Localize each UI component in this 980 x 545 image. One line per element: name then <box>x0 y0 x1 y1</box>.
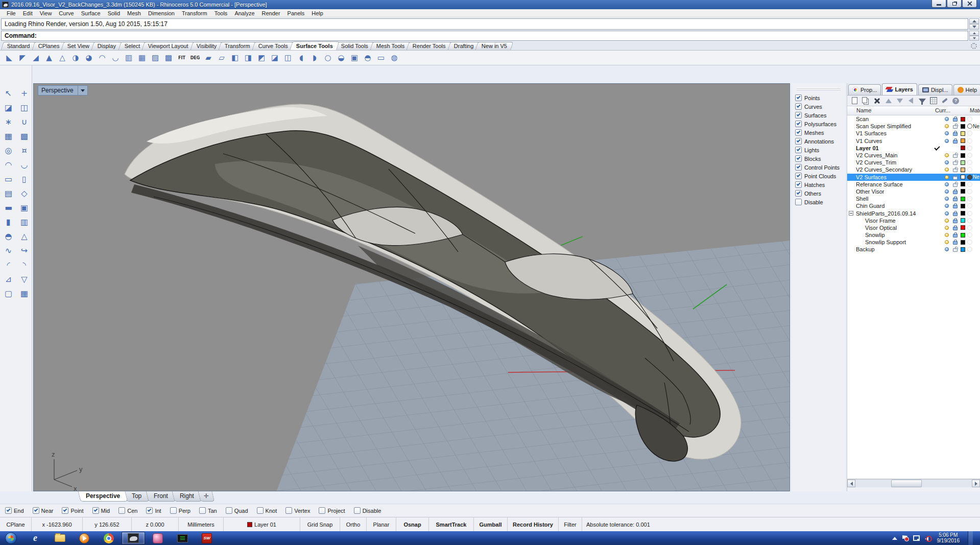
filter-checkbox-row[interactable]: Hatches <box>792 180 845 189</box>
close-button[interactable] <box>962 0 977 8</box>
layer-name[interactable]: Layer 01 <box>853 145 933 151</box>
osnap-checkbox[interactable] <box>92 507 99 514</box>
layer-lock-icon[interactable] <box>951 196 959 201</box>
layer-lock-icon[interactable] <box>951 247 959 252</box>
explode-icon[interactable]: ∗ <box>2 115 15 128</box>
layer-visibility-bulb-icon[interactable] <box>943 211 951 216</box>
layer-row[interactable]: V2 Surfaces Ne <box>847 174 980 181</box>
layer-lock-icon[interactable] <box>951 124 959 129</box>
filter-checkbox-row[interactable]: Lights <box>792 146 845 154</box>
layer-row[interactable]: Snowlip <box>847 231 980 239</box>
loft-icon[interactable]: ▲ <box>43 52 55 64</box>
layer-row[interactable]: Scan <box>847 115 980 123</box>
layer-visibility-bulb-icon[interactable] <box>943 219 951 223</box>
layer-row[interactable]: Snowlip Support <box>847 239 980 246</box>
osnap-toggle[interactable]: Mid <box>92 507 110 514</box>
internet-explorer-icon[interactable]: e <box>23 532 47 544</box>
layer-name[interactable]: Shell <box>853 196 933 202</box>
filter-checkbox-row[interactable]: Points <box>792 93 845 102</box>
move-copy-icon[interactable]: + <box>17 87 31 100</box>
current-layer-check-icon[interactable] <box>933 123 943 130</box>
layer-row[interactable]: V1 Surfaces <box>847 130 980 137</box>
layer-visibility-bulb-icon[interactable] <box>943 240 951 244</box>
rhinoceros-taskbar-icon[interactable] <box>122 532 145 544</box>
toolbar-tab[interactable]: Mesh Tools <box>370 42 411 50</box>
layer-visibility-bulb-icon[interactable] <box>943 182 951 186</box>
current-layer-check-icon[interactable] <box>933 159 943 166</box>
layer-row[interactable]: Layer 01 <box>847 145 980 152</box>
current-layer-check-icon[interactable] <box>933 217 943 224</box>
current-layer-check-icon[interactable] <box>933 231 943 239</box>
layer-name[interactable]: V1 Curves <box>853 138 933 144</box>
status-pane[interactable]: Absolute tolerance: 0.001 <box>582 517 980 531</box>
surface-analysis-icon[interactable]: ◍ <box>388 52 400 64</box>
toolbar-tab[interactable]: Viewport Layout <box>142 42 195 50</box>
layer-expander-icon[interactable] <box>849 211 853 216</box>
volume-muted-icon[interactable] <box>925 535 932 541</box>
layer-row[interactable]: V1 Curves <box>847 137 980 145</box>
layer-lock-icon[interactable] <box>951 167 959 172</box>
layer-lock-icon[interactable] <box>951 175 959 180</box>
layer-lock-icon[interactable] <box>951 138 959 144</box>
layer-lock-icon[interactable] <box>951 218 959 223</box>
status-pane[interactable]: CPlane <box>0 517 32 531</box>
restore-button[interactable] <box>947 0 962 8</box>
layer-lock-icon[interactable] <box>951 182 959 187</box>
layer-visibility-bulb-icon[interactable] <box>943 131 951 135</box>
filter-checkbox-row[interactable]: Curves <box>792 102 845 111</box>
rebuild-surface-icon[interactable]: ▣ <box>348 52 361 64</box>
filter-checkbox[interactable] <box>795 138 802 145</box>
layer-name[interactable]: Scan Super Simplified <box>853 123 933 129</box>
toolbar-tab[interactable]: Render Tools <box>407 42 452 50</box>
twist-icon[interactable]: ◡ <box>17 158 31 171</box>
layer-name[interactable]: Other Visor <box>853 188 933 195</box>
panel-grip[interactable] <box>797 88 841 89</box>
layer-name[interactable]: Visor Optical <box>853 225 933 231</box>
layer-material-icon[interactable] <box>966 247 973 252</box>
menu-item[interactable]: Analyze <box>231 9 258 17</box>
drape-point-icon[interactable]: ⊿ <box>2 273 15 286</box>
toolbar-tab[interactable]: Transform <box>219 42 257 50</box>
layer-name[interactable]: Visor Frame <box>853 218 933 224</box>
layer-visibility-bulb-icon[interactable] <box>943 153 951 157</box>
gear-icon[interactable] <box>971 43 977 49</box>
history-scroll-down[interactable] <box>969 24 979 30</box>
layer-name[interactable]: Backup <box>853 246 933 252</box>
extrude-curve-icon[interactable]: ▥ <box>123 52 135 64</box>
filter-checkbox[interactable] <box>795 181 802 188</box>
layer-material-icon[interactable] <box>966 203 973 208</box>
layer-lock-icon[interactable] <box>951 189 959 194</box>
layer-row[interactable]: Other Visor <box>847 188 980 195</box>
delete-layer-icon[interactable] <box>873 97 881 105</box>
status-pane[interactable]: Record History <box>508 517 559 531</box>
arc-start-end-icon[interactable]: ◜ <box>2 258 15 271</box>
filter-checkbox[interactable] <box>795 164 802 171</box>
tube-icon[interactable]: ▥ <box>17 216 31 228</box>
layer-color-swatch[interactable] <box>959 146 966 150</box>
layer-row[interactable]: V2 Curves_Main <box>847 152 980 159</box>
offset-surface-icon[interactable]: ◨ <box>242 52 254 64</box>
scroll-left-icon[interactable] <box>847 480 855 487</box>
layer-visibility-bulb-icon[interactable] <box>943 204 951 208</box>
filter-checkbox[interactable] <box>795 199 802 205</box>
menu-item[interactable]: Panels <box>284 9 308 17</box>
surface-from-network-icon[interactable]: △ <box>56 52 68 64</box>
layer-row[interactable]: Visor Optical <box>847 224 980 231</box>
osnap-toggle[interactable]: Cen <box>118 507 137 514</box>
osnap-checkbox[interactable] <box>226 507 232 514</box>
status-pane[interactable]: Osnap <box>396 517 429 531</box>
osnap-toggle[interactable]: Near <box>33 507 54 514</box>
cone-icon[interactable]: △ <box>17 230 31 243</box>
filter-checkbox-row[interactable]: Polysurfaces <box>792 120 845 128</box>
start-button[interactable] <box>2 532 19 544</box>
status-pane[interactable]: Filter <box>559 517 582 531</box>
layer-lock-icon[interactable] <box>951 232 959 238</box>
layer-horizontal-scrollbar[interactable] <box>847 479 980 487</box>
filter-checkbox-row[interactable]: Others <box>792 189 845 198</box>
filter-checkbox-row[interactable]: Disable <box>792 198 845 206</box>
plane-3pt-icon[interactable]: ▯ <box>17 173 31 185</box>
layer-color-swatch[interactable] <box>959 240 966 245</box>
viewport-tab[interactable]: ✛ <box>198 491 214 502</box>
layer-visibility-bulb-icon[interactable] <box>943 168 951 172</box>
layer-row[interactable]: Referance Surface <box>847 181 980 188</box>
